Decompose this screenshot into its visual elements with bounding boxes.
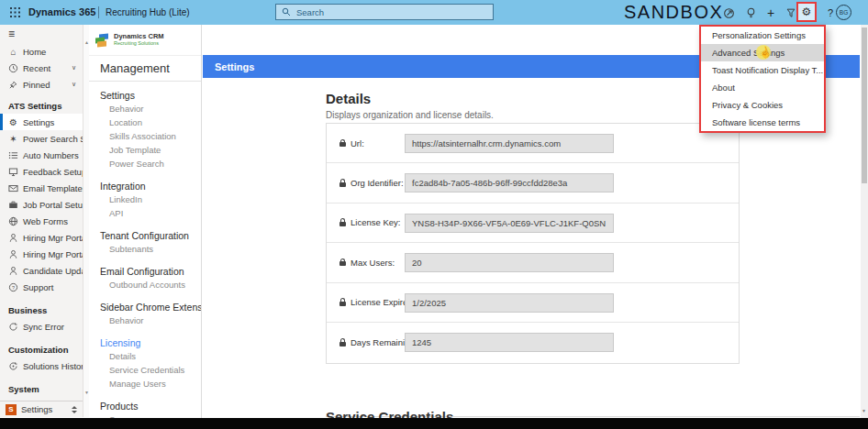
gear-icon: ⚙ xyxy=(8,117,18,127)
sidebar-item-label: Recent xyxy=(23,63,50,73)
monitor-icon xyxy=(8,167,18,177)
subnav-section-header[interactable]: Tenant Configuration xyxy=(89,229,201,242)
subnav-section-header[interactable]: Email Configuration xyxy=(89,265,201,278)
field-label: License Expires: xyxy=(339,283,415,322)
area-switcher[interactable]: S Settings xyxy=(0,401,83,417)
sidebar-item-solutions-history[interactable]: Solutions History xyxy=(0,358,83,374)
menu-item-toast-notification-display[interactable]: Toast Notification Display T... xyxy=(701,61,824,79)
settings-gear-button[interactable]: ⚙ xyxy=(796,2,817,22)
field-row-org-identifier: Org Identifier: xyxy=(327,163,739,203)
subnav-link-linkedin[interactable]: LinkedIn xyxy=(89,192,201,206)
sidebar-scrollbar[interactable]: ▲ ▼ xyxy=(83,25,89,417)
app-name[interactable]: Recruiting Hub (Lite) xyxy=(106,7,190,17)
dynamics-crm-logo-icon xyxy=(95,34,109,47)
sidebar-item-feedback-setup[interactable]: Feedback Setup xyxy=(0,163,83,180)
task-launcher-icon[interactable] xyxy=(721,6,736,20)
menu-item-about[interactable]: About xyxy=(701,79,824,96)
subnav-link-manage-users[interactable]: Manage Users xyxy=(89,377,201,390)
logo-title: Dynamics CRM xyxy=(114,33,164,40)
sidebar-group-ats-settings: ATS Settings xyxy=(0,93,83,114)
sidebar-item-settings[interactable]: ⚙ Settings xyxy=(0,114,83,130)
global-search-box[interactable] xyxy=(275,4,494,20)
details-subtitle: Displays organization and license detail… xyxy=(326,110,494,120)
subnav-link-subtenants[interactable]: Subtenants xyxy=(89,242,201,256)
user-avatar[interactable]: BG xyxy=(836,5,851,20)
subnav-section-products: Products Summary xyxy=(89,400,201,418)
hamburger-menu-icon[interactable]: ≡ xyxy=(0,25,83,43)
quick-create-plus-icon[interactable]: + xyxy=(763,6,778,20)
menu-item-privacy-cookies[interactable]: Privacy & Cookies xyxy=(701,96,824,114)
sidebar-item-pinned[interactable]: Pinned ∨ xyxy=(0,76,83,93)
sidebar-item-power-search-settings[interactable]: ✶ Power Search Sett... xyxy=(0,130,83,147)
sidebar-item-email-templates[interactable]: Email Templates - ... xyxy=(0,180,83,196)
subnav-link-service-credentials[interactable]: Service Credentials xyxy=(89,363,201,377)
crm-logo: Dynamics CRM Recruiting Solutions xyxy=(89,25,201,55)
license-details-card: Url: Org Identifier: License Key: Max Us… xyxy=(326,123,740,364)
scrollbar-thumb[interactable] xyxy=(862,28,867,183)
sidebar-item-job-portal-setup[interactable]: Job Portal Setup xyxy=(0,196,83,213)
person-icon xyxy=(8,249,18,259)
sidebar-item-label: Feedback Setup xyxy=(23,167,83,177)
subnav-section-integration: Integration LinkedIn API xyxy=(89,180,201,220)
menu-item-advanced-settings[interactable]: Advanced Settings ☝ xyxy=(701,44,824,61)
subnav-link-skills-association[interactable]: Skills Association xyxy=(89,129,201,143)
sidebar-item-support[interactable]: ? Support xyxy=(0,279,83,295)
sidebar-item-home[interactable]: ⌂ Home xyxy=(0,43,83,60)
subnav-section-email-configuration: Email Configuration Outbound Accounts xyxy=(89,265,201,292)
sidebar-item-web-forms[interactable]: Web Forms xyxy=(0,213,83,229)
field-row-license-expires: License Expires: xyxy=(327,283,739,323)
help-circle-icon: ? xyxy=(8,282,18,292)
menu-item-software-license-terms[interactable]: Software license terms xyxy=(701,114,824,131)
menu-item-personalization-settings[interactable]: Personalization Settings xyxy=(701,27,824,44)
subnav-section-header-licensing[interactable]: Licensing xyxy=(89,336,201,349)
subnav-link-power-search[interactable]: Power Search xyxy=(89,157,201,170)
svg-text:?: ? xyxy=(12,284,15,290)
sidebar-item-label: Auto Numbers xyxy=(23,150,79,160)
subnav-link-api[interactable]: API xyxy=(89,206,201,220)
license-expires-field xyxy=(405,293,614,313)
subnav-section-header[interactable]: Settings xyxy=(89,89,201,102)
sidebar-item-recent[interactable]: Recent ∨ xyxy=(0,60,83,76)
lightbulb-icon[interactable] xyxy=(743,6,758,20)
subnav-section-header[interactable]: Integration xyxy=(89,180,201,192)
subnav-section-sidebar-chrome-extension: Sidebar Chrome Extension Behavior xyxy=(89,301,201,327)
management-panel: Dynamics CRM Recruiting Solutions Manage… xyxy=(89,25,202,418)
sidebar-item-label: Web Forms xyxy=(23,216,68,226)
chevron-down-icon[interactable]: ∨ xyxy=(72,64,76,72)
sidebar-item-label: Sync Error xyxy=(23,322,64,332)
field-row-max-users: Max Users: xyxy=(327,243,739,282)
environment-label: SANDBOX xyxy=(624,2,723,23)
scroll-down-icon[interactable]: ▼ xyxy=(862,408,866,413)
sidebar-item-auto-numbers[interactable]: Auto Numbers xyxy=(0,147,83,163)
lock-icon xyxy=(339,139,346,147)
subnav-link-behavior[interactable]: Behavior xyxy=(89,102,201,116)
days-remaining-field xyxy=(405,333,614,352)
details-title: Details xyxy=(326,91,494,106)
power-search-icon: ✶ xyxy=(8,134,18,144)
subnav-link-job-template[interactable]: Job Template xyxy=(89,143,201,157)
lock-icon xyxy=(339,258,346,266)
logo-subtitle: Recruiting Solutions xyxy=(114,40,164,47)
chevron-down-icon[interactable]: ∨ xyxy=(72,81,76,88)
subnav-section-header[interactable]: Products xyxy=(89,400,201,412)
field-row-url: Url: xyxy=(327,124,739,163)
search-input[interactable] xyxy=(295,6,473,18)
sidebar-item-hiring-mgr-portal-1[interactable]: Hiring Mgr Portal ... xyxy=(0,229,83,246)
page-scrollbar[interactable]: ▼ xyxy=(861,25,868,418)
sync-icon xyxy=(8,322,18,332)
subnav-link-outbound-accounts[interactable]: Outbound Accounts xyxy=(89,278,201,292)
subnav-link-location[interactable]: Location xyxy=(89,116,201,129)
subnav-link-behavior-extension[interactable]: Behavior xyxy=(89,314,201,327)
sidebar-item-sync-error[interactable]: Sync Error xyxy=(0,318,83,335)
area-switcher-chevrons-icon[interactable] xyxy=(72,406,77,413)
subnav-section-header[interactable]: Sidebar Chrome Extension xyxy=(89,301,201,314)
sidebar-item-label: Home xyxy=(23,47,46,57)
main-sidebar: ≡ ⌂ Home Recent ∨ Pinned ∨ ATS Settings … xyxy=(0,25,83,401)
app-launcher-icon[interactable] xyxy=(10,7,20,17)
search-icon xyxy=(282,7,291,16)
sidebar-item-candidate-update[interactable]: Candidate Update xyxy=(0,262,83,279)
bottom-black-bar xyxy=(0,418,868,429)
sidebar-item-hiring-mgr-portal-2[interactable]: Hiring Mgr Portal ... xyxy=(0,246,83,262)
brand-title[interactable]: Dynamics 365 xyxy=(28,6,95,17)
subnav-link-details[interactable]: Details xyxy=(89,349,201,363)
